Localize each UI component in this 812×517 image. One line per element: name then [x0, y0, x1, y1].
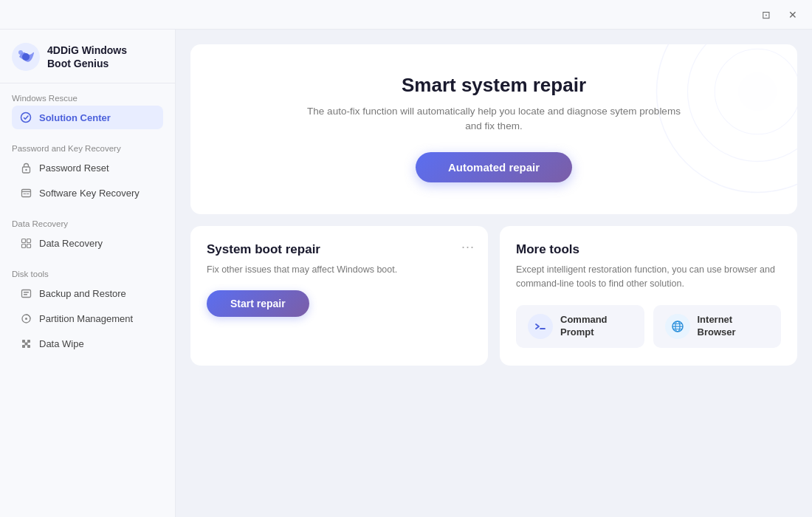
sidebar: 4DDiG WindowsBoot Genius Windows Rescue …	[0, 30, 176, 517]
main-content: Smart system repair The auto-fix functio…	[176, 30, 812, 517]
command-prompt-label: CommandPrompt	[560, 314, 608, 339]
section-title-password-recovery: Password and Key Recovery	[12, 144, 163, 153]
svg-point-1	[22, 53, 30, 61]
more-tools-title: More tools	[516, 242, 781, 257]
sidebar-item-solution-center[interactable]: Solution Center	[12, 106, 163, 129]
app-container: 4DDiG WindowsBoot Genius Windows Rescue …	[0, 30, 812, 517]
more-tools-card: More tools Except intelligent restoratio…	[500, 226, 797, 366]
svg-rect-14	[21, 290, 30, 297]
app-logo-icon	[12, 43, 40, 71]
hero-title: Smart system repair	[402, 74, 586, 97]
svg-rect-20	[27, 340, 30, 343]
password-reset-icon	[19, 161, 32, 174]
restore-button[interactable]: ⊡	[756, 7, 777, 23]
sidebar-item-label-solution-center: Solution Center	[39, 112, 111, 123]
svg-point-27	[738, 72, 777, 112]
boot-repair-description: Fix other issues that may affect Windows…	[207, 263, 472, 277]
svg-rect-23	[24, 342, 27, 345]
sidebar-item-partition-management[interactable]: Partition Management	[12, 307, 163, 330]
sidebar-item-data-recovery[interactable]: Data Recovery	[12, 231, 163, 255]
svg-rect-11	[27, 239, 30, 242]
svg-point-2	[18, 50, 23, 55]
command-prompt-icon	[528, 314, 553, 339]
svg-rect-22	[27, 345, 30, 348]
data-recovery-icon	[19, 236, 32, 250]
boot-repair-title: System boot repair	[207, 242, 472, 257]
software-key-icon	[19, 186, 32, 199]
partition-icon	[19, 312, 32, 325]
sidebar-item-label-password-reset: Password Reset	[39, 162, 109, 174]
svg-rect-13	[27, 244, 30, 247]
svg-rect-21	[22, 345, 25, 348]
sidebar-item-label-software-key: Software Key Recovery	[39, 188, 140, 199]
svg-rect-16	[24, 294, 27, 295]
sidebar-item-label-data-recovery: Data Recovery	[39, 238, 103, 249]
automated-repair-button[interactable]: Automated repair	[416, 152, 572, 182]
section-title-data-recovery: Data Recovery	[12, 219, 163, 228]
svg-point-5	[25, 168, 27, 170]
svg-point-18	[25, 318, 27, 320]
svg-point-3	[21, 113, 31, 123]
svg-point-25	[688, 44, 798, 162]
sidebar-item-label-data-wipe: Data Wipe	[39, 338, 84, 349]
data-wipe-icon	[19, 337, 32, 350]
title-bar: ⊡ ✕	[0, 0, 812, 30]
section-title-disk-tools: Disk tools	[12, 270, 163, 278]
sidebar-item-software-key-recovery[interactable]: Software Key Recovery	[12, 181, 163, 205]
close-button[interactable]: ✕	[782, 7, 803, 23]
svg-rect-10	[21, 239, 25, 242]
svg-rect-6	[21, 189, 30, 196]
hero-subtitle: The auto-fix function will automatically…	[302, 104, 686, 134]
svg-rect-12	[21, 244, 25, 247]
sidebar-item-label-backup: Backup and Restore	[39, 288, 126, 299]
sidebar-item-backup-restore[interactable]: Backup and Restore	[12, 281, 163, 305]
internet-browser-button[interactable]: InternetBrowser	[653, 305, 782, 348]
app-name: 4DDiG WindowsBoot Genius	[47, 44, 127, 70]
svg-rect-15	[24, 292, 29, 293]
sidebar-logo: 4DDiG WindowsBoot Genius	[0, 30, 175, 83]
tools-row: CommandPrompt InternetBro	[516, 305, 781, 348]
section-title-windows-rescue: Windows Rescue	[12, 94, 163, 103]
section-disk-tools: Disk tools Backup and Restore	[0, 259, 175, 360]
sidebar-item-label-partition: Partition Management	[39, 313, 133, 324]
bottom-row: ··· System boot repair Fix other issues …	[190, 226, 797, 366]
boot-repair-card: ··· System boot repair Fix other issues …	[190, 226, 488, 366]
sidebar-item-data-wipe[interactable]: Data Wipe	[12, 332, 163, 355]
section-data-recovery: Data Recovery Data Recovery	[0, 209, 175, 259]
title-bar-controls: ⊡ ✕	[756, 7, 803, 23]
command-prompt-button[interactable]: CommandPrompt	[516, 305, 644, 348]
internet-browser-icon	[665, 314, 690, 339]
hero-card: Smart system repair The auto-fix functio…	[190, 44, 797, 214]
more-tools-description: Except intelligent restoration function,…	[516, 263, 781, 292]
section-password-recovery: Password and Key Recovery Password Reset	[0, 134, 175, 209]
section-windows-rescue: Windows Rescue Solution Center	[0, 83, 175, 134]
start-repair-button[interactable]: Start repair	[207, 290, 309, 317]
boot-card-menu-dots[interactable]: ···	[461, 239, 475, 255]
svg-rect-19	[22, 340, 25, 343]
solution-center-icon	[19, 111, 32, 124]
backup-restore-icon	[19, 287, 32, 300]
internet-browser-label: InternetBrowser	[698, 314, 736, 339]
svg-point-26	[715, 49, 797, 134]
sidebar-item-password-reset[interactable]: Password Reset	[12, 156, 163, 179]
